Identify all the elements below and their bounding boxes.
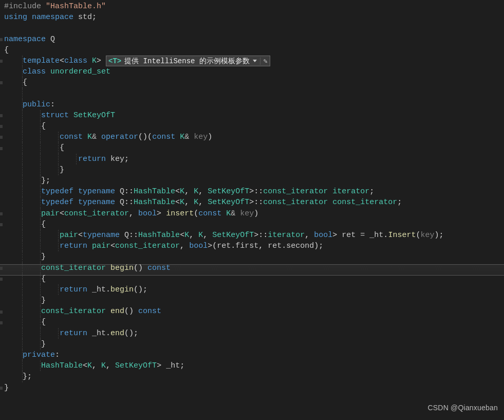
code-line[interactable]: const K& operator()(const K& key) [0, 132, 504, 142]
token: typename [78, 187, 120, 196]
token [4, 57, 23, 65]
token: > [254, 231, 258, 240]
intellisense-hint[interactable]: <T> 提供 IntelliSense 的示例模板参数 ✎ [106, 56, 270, 66]
token: end [110, 307, 124, 316]
token: first [235, 242, 258, 250]
code-line[interactable]: const_iterator begin() const [0, 263, 504, 273]
indent-guide [40, 360, 41, 371]
code-line[interactable]: } [0, 251, 504, 262]
token: HashTable [134, 198, 175, 207]
token: return [78, 155, 110, 163]
token: ; [134, 329, 138, 338]
token: const_iterator [332, 198, 397, 207]
token: , [189, 231, 198, 240]
code-line[interactable]: } [0, 295, 504, 306]
code-line[interactable]: pair<typename Q::HashTable<K, K, SetKeyO… [0, 230, 504, 241]
token: { [4, 220, 46, 229]
code-line[interactable]: } [0, 382, 504, 393]
code-line[interactable]: const_iterator end() const [0, 306, 504, 317]
token: > [332, 231, 342, 240]
indent-guide [40, 284, 41, 295]
token: private [23, 351, 55, 359]
indent-guide [58, 230, 59, 241]
code-line[interactable]: struct SetKeyOfT [0, 110, 504, 121]
token: K [180, 133, 184, 141]
code-line[interactable]: { [0, 219, 504, 230]
pencil-icon[interactable]: ✎ [264, 57, 268, 65]
token: < [175, 187, 180, 196]
token [106, 264, 110, 272]
code-line[interactable] [0, 88, 504, 99]
token: K [194, 187, 198, 196]
token: K [184, 231, 189, 240]
token: ) [208, 133, 212, 141]
chevron-down-icon[interactable] [253, 60, 257, 62]
indent-guide [22, 241, 23, 251]
token [4, 329, 60, 338]
token: { [4, 143, 64, 152]
indent-guide [22, 350, 23, 360]
token: iterator [268, 231, 305, 240]
token: K [226, 209, 231, 218]
code-line[interactable]: namespace Q [0, 34, 504, 45]
token: ; [439, 231, 443, 240]
code-line[interactable]: return _ht.begin(); [0, 284, 504, 295]
token: < [110, 242, 115, 250]
indent-guide [22, 121, 23, 132]
code-line[interactable]: public: [0, 99, 504, 110]
indent-guide [40, 142, 41, 153]
token [106, 307, 110, 316]
watermark: CSDN @Qianxueban [428, 404, 498, 412]
indent-guide [40, 230, 41, 241]
indent-guide [22, 273, 23, 284]
token: ; [397, 198, 402, 207]
indent-guide [22, 165, 23, 175]
token: return [60, 329, 92, 338]
code-line[interactable]: return pair<const_iterator, bool>(ret.fi… [0, 241, 504, 251]
token: SetKeyOfT [208, 198, 249, 207]
code-line[interactable]: { [0, 273, 504, 284]
code-line[interactable]: } [0, 165, 504, 175]
code-line[interactable]: return key; [0, 154, 504, 165]
code-line[interactable]: } [0, 339, 504, 350]
token: const_iterator [41, 264, 106, 272]
token: ; [319, 242, 323, 250]
token: bool [138, 209, 157, 218]
token: , [305, 231, 314, 240]
code-line[interactable]: #include "HashTable.h" [0, 1, 504, 12]
token: } [4, 296, 46, 305]
code-line[interactable]: { [0, 77, 504, 88]
indent-guide [22, 175, 23, 186]
code-line[interactable]: typedef typename Q::HashTable<K, K, SetK… [0, 197, 504, 208]
code-line[interactable]: return _ht.end(); [0, 328, 504, 339]
indent-guide [22, 88, 23, 99]
token [4, 285, 60, 294]
indent-guide [22, 132, 23, 142]
indent-guide [40, 328, 41, 339]
code-line[interactable]: { [0, 142, 504, 153]
token: typename [78, 198, 120, 207]
indent-guide [22, 154, 23, 165]
code-line[interactable]: typedef typename Q::HashTable<K, K, SetK… [0, 186, 504, 197]
code-line[interactable]: { [0, 121, 504, 132]
code-line[interactable]: using namespace std; [0, 12, 504, 23]
code-line[interactable]: { [0, 45, 504, 56]
token: ret [268, 242, 282, 250]
code-line[interactable]: { [0, 317, 504, 327]
token: using [4, 13, 32, 22]
token: struct [41, 111, 73, 120]
code-line[interactable] [0, 23, 504, 33]
indent-guide [22, 230, 23, 241]
code-line[interactable]: HashTable<K, K, SetKeyOfT> _ht; [0, 360, 504, 371]
token: , [129, 209, 138, 218]
code-editor[interactable]: #include "HashTable.h"using namespace st… [0, 0, 504, 420]
code-line[interactable]: pair<const_iterator, bool> insert(const … [0, 208, 504, 219]
token: ( [147, 133, 152, 141]
token: ; [369, 187, 374, 196]
code-line[interactable]: class unordered_set [0, 66, 504, 77]
token: . [282, 242, 286, 250]
code-line[interactable]: }; [0, 371, 504, 382]
token: insert [166, 209, 194, 218]
code-line[interactable]: private: [0, 350, 504, 360]
code-line[interactable]: }; [0, 175, 504, 186]
